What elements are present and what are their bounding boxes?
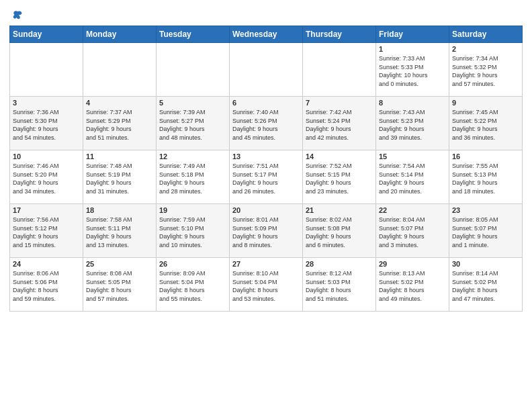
calendar-cell: 29Sunrise: 8:13 AM Sunset: 5:02 PM Dayli… (376, 258, 449, 312)
day-info: Sunrise: 7:59 AM Sunset: 5:10 PM Dayligh… (159, 216, 226, 249)
calendar-week-4: 24Sunrise: 8:06 AM Sunset: 5:06 PM Dayli… (10, 258, 523, 312)
day-number: 11 (86, 152, 153, 161)
calendar-cell: 28Sunrise: 8:12 AM Sunset: 5:03 PM Dayli… (303, 258, 376, 312)
day-number: 30 (452, 260, 519, 268)
calendar-cell: 15Sunrise: 7:54 AM Sunset: 5:14 PM Dayli… (376, 150, 449, 204)
weekday-header-saturday: Saturday (449, 26, 523, 43)
day-info: Sunrise: 7:39 AM Sunset: 5:27 PM Dayligh… (159, 108, 226, 142)
day-number: 4 (86, 99, 153, 107)
calendar-cell: 19Sunrise: 7:59 AM Sunset: 5:10 PM Dayli… (157, 204, 230, 258)
day-info: Sunrise: 7:48 AM Sunset: 5:19 PM Dayligh… (86, 162, 153, 195)
calendar-cell: 24Sunrise: 8:06 AM Sunset: 5:06 PM Dayli… (10, 258, 83, 312)
weekday-header-wednesday: Wednesday (230, 26, 303, 43)
calendar-week-0: 1Sunrise: 7:33 AM Sunset: 5:33 PM Daylig… (10, 43, 523, 97)
day-number: 28 (306, 260, 373, 268)
calendar-cell: 16Sunrise: 7:55 AM Sunset: 5:13 PM Dayli… (449, 150, 523, 204)
logo (9, 9, 23, 20)
day-info: Sunrise: 8:09 AM Sunset: 5:04 PM Dayligh… (159, 269, 226, 303)
day-number: 24 (13, 260, 80, 268)
day-number: 18 (86, 206, 153, 214)
day-info: Sunrise: 8:14 AM Sunset: 5:02 PM Dayligh… (452, 269, 519, 303)
day-info: Sunrise: 8:10 AM Sunset: 5:04 PM Dayligh… (232, 269, 300, 303)
day-info: Sunrise: 7:42 AM Sunset: 5:24 PM Dayligh… (306, 108, 373, 142)
calendar-cell: 8Sunrise: 7:43 AM Sunset: 5:23 PM Daylig… (376, 97, 449, 150)
day-number: 12 (159, 152, 226, 161)
day-info: Sunrise: 7:36 AM Sunset: 5:30 PM Dayligh… (13, 108, 80, 142)
day-number: 27 (232, 260, 300, 268)
day-info: Sunrise: 8:04 AM Sunset: 5:07 PM Dayligh… (379, 216, 446, 249)
day-number: 7 (306, 99, 373, 107)
calendar-cell: 17Sunrise: 7:56 AM Sunset: 5:12 PM Dayli… (10, 204, 83, 258)
day-info: Sunrise: 8:13 AM Sunset: 5:02 PM Dayligh… (379, 269, 446, 303)
day-info: Sunrise: 7:33 AM Sunset: 5:33 PM Dayligh… (379, 54, 446, 88)
day-number: 5 (159, 99, 226, 107)
weekday-header-row: SundayMondayTuesdayWednesdayThursdayFrid… (10, 26, 523, 43)
weekday-header-sunday: Sunday (10, 26, 83, 43)
calendar-cell: 23Sunrise: 8:05 AM Sunset: 5:07 PM Dayli… (449, 204, 523, 258)
calendar-cell: 9Sunrise: 7:45 AM Sunset: 5:22 PM Daylig… (449, 97, 523, 150)
day-number: 19 (159, 206, 226, 214)
day-info: Sunrise: 7:51 AM Sunset: 5:17 PM Dayligh… (232, 162, 300, 195)
logo-bird-icon (12, 9, 23, 20)
calendar-cell (83, 43, 157, 97)
day-number: 23 (452, 206, 519, 214)
day-info: Sunrise: 7:37 AM Sunset: 5:29 PM Dayligh… (86, 108, 153, 142)
day-info: Sunrise: 8:12 AM Sunset: 5:03 PM Dayligh… (306, 269, 373, 303)
day-number: 2 (452, 45, 519, 53)
header (9, 7, 523, 20)
calendar-cell: 20Sunrise: 8:01 AM Sunset: 5:09 PM Dayli… (230, 204, 303, 258)
day-info: Sunrise: 8:06 AM Sunset: 5:06 PM Dayligh… (13, 269, 80, 303)
calendar-cell: 26Sunrise: 8:09 AM Sunset: 5:04 PM Dayli… (157, 258, 230, 312)
calendar-week-2: 10Sunrise: 7:46 AM Sunset: 5:20 PM Dayli… (10, 150, 523, 204)
day-info: Sunrise: 8:05 AM Sunset: 5:07 PM Dayligh… (452, 216, 519, 249)
day-info: Sunrise: 7:46 AM Sunset: 5:20 PM Dayligh… (13, 162, 80, 195)
day-info: Sunrise: 7:40 AM Sunset: 5:26 PM Dayligh… (232, 108, 300, 142)
day-number: 10 (13, 152, 80, 161)
calendar-cell: 22Sunrise: 8:04 AM Sunset: 5:07 PM Dayli… (376, 204, 449, 258)
day-number: 16 (452, 152, 519, 161)
calendar-cell: 3Sunrise: 7:36 AM Sunset: 5:30 PM Daylig… (10, 97, 83, 150)
calendar-cell: 14Sunrise: 7:52 AM Sunset: 5:15 PM Dayli… (303, 150, 376, 204)
day-number: 8 (379, 99, 446, 107)
day-number: 26 (159, 260, 226, 268)
calendar-week-3: 17Sunrise: 7:56 AM Sunset: 5:12 PM Dayli… (10, 204, 523, 258)
calendar-cell (230, 43, 303, 97)
calendar-week-1: 3Sunrise: 7:36 AM Sunset: 5:30 PM Daylig… (10, 97, 523, 150)
day-info: Sunrise: 8:08 AM Sunset: 5:05 PM Dayligh… (86, 269, 153, 303)
calendar-cell: 6Sunrise: 7:40 AM Sunset: 5:26 PM Daylig… (230, 97, 303, 150)
day-info: Sunrise: 7:55 AM Sunset: 5:13 PM Dayligh… (452, 162, 519, 195)
day-number: 6 (232, 99, 300, 107)
day-info: Sunrise: 8:01 AM Sunset: 5:09 PM Dayligh… (232, 216, 300, 249)
calendar-cell: 4Sunrise: 7:37 AM Sunset: 5:29 PM Daylig… (83, 97, 157, 150)
day-info: Sunrise: 7:43 AM Sunset: 5:23 PM Dayligh… (379, 108, 446, 142)
calendar-cell: 25Sunrise: 8:08 AM Sunset: 5:05 PM Dayli… (83, 258, 157, 312)
day-number: 17 (13, 206, 80, 214)
calendar-cell: 11Sunrise: 7:48 AM Sunset: 5:19 PM Dayli… (83, 150, 157, 204)
weekday-header-monday: Monday (83, 26, 157, 43)
calendar-cell: 5Sunrise: 7:39 AM Sunset: 5:27 PM Daylig… (157, 97, 230, 150)
day-info: Sunrise: 7:52 AM Sunset: 5:15 PM Dayligh… (306, 162, 373, 195)
page: SundayMondayTuesdayWednesdayThursdayFrid… (0, 0, 532, 411)
day-info: Sunrise: 7:56 AM Sunset: 5:12 PM Dayligh… (13, 216, 80, 249)
calendar-table: SundayMondayTuesdayWednesdayThursdayFrid… (9, 26, 523, 312)
day-info: Sunrise: 7:54 AM Sunset: 5:14 PM Dayligh… (379, 162, 446, 195)
weekday-header-friday: Friday (376, 26, 449, 43)
calendar-cell: 13Sunrise: 7:51 AM Sunset: 5:17 PM Dayli… (230, 150, 303, 204)
weekday-header-tuesday: Tuesday (157, 26, 230, 43)
day-number: 29 (379, 260, 446, 268)
weekday-header-thursday: Thursday (303, 26, 376, 43)
day-info: Sunrise: 7:49 AM Sunset: 5:18 PM Dayligh… (159, 162, 226, 195)
day-number: 15 (379, 152, 446, 161)
calendar-cell: 30Sunrise: 8:14 AM Sunset: 5:02 PM Dayli… (449, 258, 523, 312)
day-number: 1 (379, 45, 446, 53)
calendar-cell (10, 43, 83, 97)
calendar-cell: 12Sunrise: 7:49 AM Sunset: 5:18 PM Dayli… (157, 150, 230, 204)
calendar-cell: 27Sunrise: 8:10 AM Sunset: 5:04 PM Dayli… (230, 258, 303, 312)
calendar-cell: 7Sunrise: 7:42 AM Sunset: 5:24 PM Daylig… (303, 97, 376, 150)
calendar-cell: 1Sunrise: 7:33 AM Sunset: 5:33 PM Daylig… (376, 43, 449, 97)
calendar-cell: 2Sunrise: 7:34 AM Sunset: 5:32 PM Daylig… (449, 43, 523, 97)
calendar-cell: 21Sunrise: 8:02 AM Sunset: 5:08 PM Dayli… (303, 204, 376, 258)
calendar-cell (303, 43, 376, 97)
calendar-cell: 18Sunrise: 7:58 AM Sunset: 5:11 PM Dayli… (83, 204, 157, 258)
day-number: 21 (306, 206, 373, 214)
